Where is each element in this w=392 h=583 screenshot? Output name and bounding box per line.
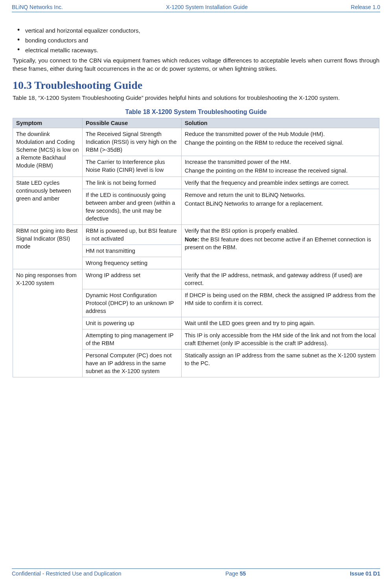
header-center: X-1200 System Installation Guide <box>166 4 248 10</box>
footer-page-number: 55 <box>240 570 246 577</box>
cell-solution: If DHCP is being used on the RBM, check … <box>181 289 379 317</box>
table-row: State LED cycles continuously between gr… <box>13 177 379 189</box>
header-right: Release 1.0 <box>351 4 380 10</box>
header-left: BLiNQ Networks Inc. <box>12 4 63 10</box>
cell-cause: HM not transmitting <box>83 245 182 257</box>
page-content: vertical and horizontal equalizer conduc… <box>12 27 380 377</box>
cell-solution: Statically assign an IP address from the… <box>181 349 379 377</box>
solution-line: Change the pointing on the RBM to increa… <box>185 167 376 175</box>
section-number: 10.3 <box>13 79 32 91</box>
page-footer: Confidential - Restricted Use and Duplic… <box>12 568 380 577</box>
solution-line: Contact BLiNQ Networks to arrange for a … <box>185 200 376 208</box>
section-heading: 10.3Troubleshooting Guide <box>13 79 379 92</box>
note-text: the BSI feature does not become active i… <box>185 236 371 250</box>
troubleshooting-table: Symptom Possible Cause Solution The down… <box>13 118 379 377</box>
cell-cause: Unit is powering up <box>83 317 182 329</box>
section-title: Troubleshooting Guide <box>34 79 142 91</box>
cell-symptom: RBM not going into Best Signal Indicator… <box>13 225 83 269</box>
cell-cause: Attempting to ping management IP of the … <box>83 329 182 349</box>
cell-solution: This IP is only accessible from the HM s… <box>181 329 379 349</box>
cell-solution: Verify that the frequency and preamble i… <box>181 177 379 189</box>
cell-solution: Remove and return the unit to BLiNQ Netw… <box>181 189 379 225</box>
cell-cause: If the LED is continuously going between… <box>83 189 182 225</box>
cell-symptom: No ping responses from X-1200 system <box>13 269 83 377</box>
table-row: The downlink Modulation and Coding Schem… <box>13 128 379 156</box>
page-header: BLiNQ Networks Inc. X-1200 System Instal… <box>12 0 380 12</box>
footer-right: Issue 01 D1 <box>350 570 380 577</box>
bullet-list: vertical and horizontal equalizer conduc… <box>13 27 379 53</box>
solution-line: Note: the BSI feature does not become ac… <box>185 235 376 251</box>
paragraph: Typically, you connect to the CBN via eq… <box>13 57 379 73</box>
solution-line: Change the pointing on the RBM to reduce… <box>185 139 376 147</box>
cell-solution: Verify that the BSI option is properly e… <box>181 225 379 269</box>
table-header-row: Symptom Possible Cause Solution <box>13 118 379 128</box>
solution-line: Increase the transmitted power of the HM… <box>185 158 376 166</box>
cell-solution: Reduce the transmitted power of the Hub … <box>181 128 379 156</box>
cell-cause: Wrong frequency setting <box>83 257 182 269</box>
table-row: No ping responses from X-1200 system Wro… <box>13 269 379 289</box>
cell-solution: Wait until the LED goes green and try to… <box>181 317 379 329</box>
paragraph: Table 18, “X-1200 System Troubleshooting… <box>13 94 379 102</box>
footer-center: Page 55 <box>225 570 246 577</box>
table-caption: Table 18 X-1200 System Troubleshooting G… <box>13 109 379 116</box>
cell-symptom: State LED cycles continuously between gr… <box>13 177 83 225</box>
list-item: bonding conductors and <box>25 37 379 44</box>
cell-cause: The Carrier to Interference plus Noise R… <box>83 156 182 177</box>
footer-page-label: Page <box>225 570 240 577</box>
col-solution: Solution <box>181 118 379 128</box>
cell-solution: Verify that the IP address, netmask, and… <box>181 269 379 289</box>
note-label: Note: <box>185 236 199 243</box>
cell-cause: The Received Signal Strength Indication … <box>83 128 182 156</box>
list-item: vertical and horizontal equalizer conduc… <box>25 27 379 34</box>
list-item: electrical metallic raceways. <box>25 47 379 53</box>
cell-cause: The link is not being formed <box>83 177 182 189</box>
cell-cause: Personal Computer (PC) does not have an … <box>83 349 182 377</box>
cell-cause: RBM is powered up, but BSI feature is no… <box>83 225 182 245</box>
solution-line: Reduce the transmitted power of the Hub … <box>185 130 376 138</box>
cell-solution: Increase the transmitted power of the HM… <box>181 156 379 177</box>
cell-symptom: The downlink Modulation and Coding Schem… <box>13 128 83 177</box>
col-cause: Possible Cause <box>83 118 182 128</box>
solution-line: Remove and return the unit to BLiNQ Netw… <box>185 191 376 199</box>
solution-line: Verify that the BSI option is properly e… <box>185 227 376 235</box>
table-row: RBM not going into Best Signal Indicator… <box>13 225 379 245</box>
footer-left: Confidential - Restricted Use and Duplic… <box>12 570 121 577</box>
cell-cause: Wrong IP address set <box>83 269 182 289</box>
cell-cause: Dynamic Host Configuration Protocol (DHC… <box>83 289 182 317</box>
col-symptom: Symptom <box>13 118 83 128</box>
